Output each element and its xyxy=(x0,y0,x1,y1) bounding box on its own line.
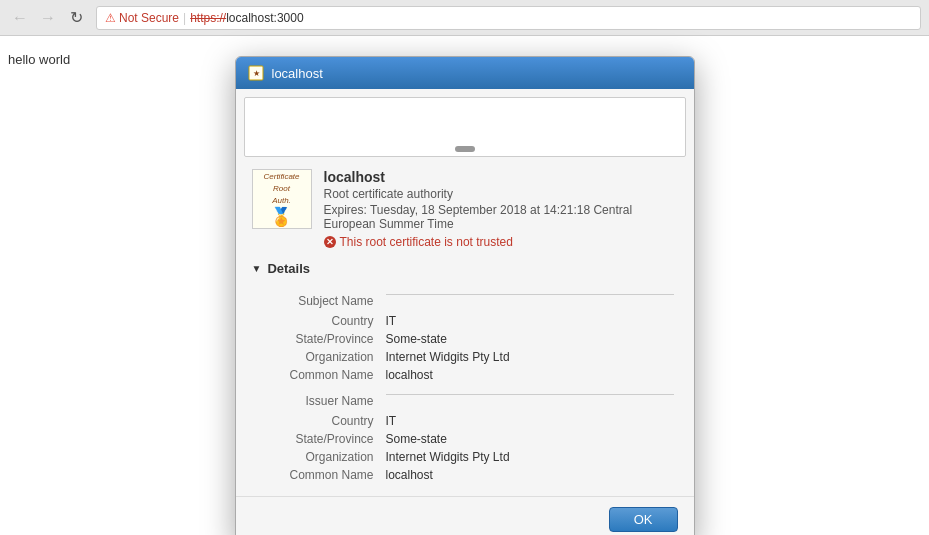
issuer-org-value: Internet Widgits Pty Ltd xyxy=(382,448,678,466)
issuer-state-label-cell: State/Province xyxy=(252,430,382,448)
subject-name-row: Subject Name xyxy=(252,284,678,312)
url-host: localhost:3000 xyxy=(226,11,303,25)
issuer-name-line-cell xyxy=(382,384,678,412)
issuer-name-row: Issuer Name xyxy=(252,384,678,412)
address-url: https://localhost:3000 xyxy=(190,11,303,25)
subject-state-row: State/Province Some-state xyxy=(252,330,678,348)
cert-seal-icon: 🏅 xyxy=(263,206,299,228)
cert-image-label: CertificateRootAuth. xyxy=(263,172,299,205)
modal-overlay: ★ localhost CertificateRootAuth. 🏅 local… xyxy=(0,36,929,535)
issuer-name-rule xyxy=(386,394,674,395)
issuer-state-value: Some-state xyxy=(382,430,678,448)
scroll-thumb[interactable] xyxy=(455,146,475,152)
cert-expires: Expires: Tuesday, 18 September 2018 at 1… xyxy=(324,203,678,231)
details-header: ▼ Details xyxy=(252,261,678,276)
issuer-org-label-cell: Organization xyxy=(252,448,382,466)
address-divider: | xyxy=(183,11,186,25)
dialog-footer: OK xyxy=(236,496,694,535)
cert-authority: Root certificate authority xyxy=(324,187,678,201)
warning-icon: ⚠ xyxy=(105,11,116,25)
subject-country-label-cell: Country xyxy=(252,312,382,330)
dialog-scroll-area[interactable] xyxy=(244,97,686,157)
issuer-state-row: State/Province Some-state xyxy=(252,430,678,448)
issuer-country-row: Country IT xyxy=(252,412,678,430)
ok-button[interactable]: OK xyxy=(609,507,678,532)
collapse-triangle-icon: ▼ xyxy=(252,263,262,274)
subject-name-line-cell xyxy=(382,284,678,312)
subject-name-label-cell: Subject Name xyxy=(252,284,382,312)
forward-button[interactable]: → xyxy=(36,6,60,30)
subject-name-label: Subject Name xyxy=(298,294,373,308)
details-section: ▼ Details Subject Name xyxy=(236,261,694,496)
subject-name-rule xyxy=(386,294,674,295)
cert-image: CertificateRootAuth. 🏅 xyxy=(252,169,312,229)
details-label: Details xyxy=(267,261,310,276)
cert-info: CertificateRootAuth. 🏅 localhost Root ce… xyxy=(236,157,694,261)
issuer-country-label-cell: Country xyxy=(252,412,382,430)
subject-common-label-cell: Common Name xyxy=(252,366,382,384)
cert-error-text: This root certificate is not trusted xyxy=(340,235,513,249)
not-secure-badge: ⚠ Not Secure xyxy=(105,11,179,25)
cert-details: localhost Root certificate authority Exp… xyxy=(324,169,678,249)
certificate-title-icon: ★ xyxy=(248,65,264,81)
cert-hostname: localhost xyxy=(324,169,678,185)
issuer-country-value: IT xyxy=(382,412,678,430)
issuer-common-label-cell: Common Name xyxy=(252,466,382,484)
dialog-title: localhost xyxy=(272,66,323,81)
address-bar[interactable]: ⚠ Not Secure | https://localhost:3000 xyxy=(96,6,921,30)
subject-org-value: Internet Widgits Pty Ltd xyxy=(382,348,678,366)
subject-state-value: Some-state xyxy=(382,330,678,348)
cert-dialog: ★ localhost CertificateRootAuth. 🏅 local… xyxy=(235,56,695,535)
back-button[interactable]: ← xyxy=(8,6,32,30)
nav-buttons: ← → ↻ xyxy=(8,6,88,30)
issuer-common-value: localhost xyxy=(382,466,678,484)
issuer-common-row: Common Name localhost xyxy=(252,466,678,484)
page-content: hello world ★ localhost CertificateR xyxy=(0,36,929,535)
issuer-name-label: Issuer Name xyxy=(305,394,373,408)
subject-country-row: Country IT xyxy=(252,312,678,330)
issuer-org-row: Organization Internet Widgits Pty Ltd xyxy=(252,448,678,466)
error-icon: ✕ xyxy=(324,236,336,248)
issuer-name-label-cell: Issuer Name xyxy=(252,384,382,412)
url-https: https:// xyxy=(190,11,226,25)
subject-state-label-cell: State/Province xyxy=(252,330,382,348)
subject-org-row: Organization Internet Widgits Pty Ltd xyxy=(252,348,678,366)
subject-common-value: localhost xyxy=(382,366,678,384)
browser-chrome: ← → ↻ ⚠ Not Secure | https://localhost:3… xyxy=(0,0,929,36)
cert-data-table: Subject Name Country IT xyxy=(252,284,678,484)
subject-country-value: IT xyxy=(382,312,678,330)
cert-error: ✕ This root certificate is not trusted xyxy=(324,235,678,249)
dialog-titlebar: ★ localhost xyxy=(236,57,694,89)
subject-org-label-cell: Organization xyxy=(252,348,382,366)
not-secure-text: Not Secure xyxy=(119,11,179,25)
svg-text:★: ★ xyxy=(252,69,259,78)
subject-common-row: Common Name localhost xyxy=(252,366,678,384)
reload-button[interactable]: ↻ xyxy=(64,6,88,30)
